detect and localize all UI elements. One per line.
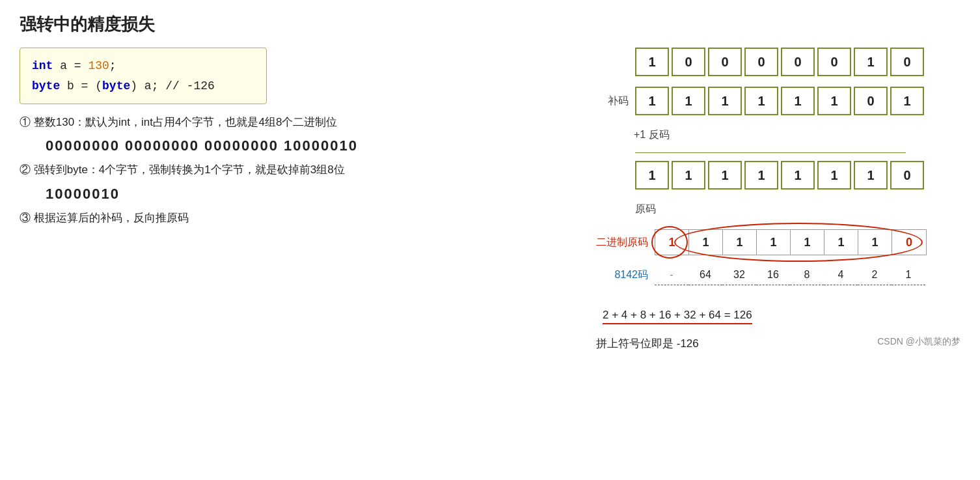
bit-res-2: 1 (708, 161, 742, 190)
code-line-1: int a = 130; (32, 56, 254, 76)
place-values-label: 8142码 (596, 268, 648, 282)
divider-row (596, 151, 960, 154)
bit-buma-0: 1 (635, 87, 669, 115)
step2-label: ② 强转到byte：4个字节，强制转换为1个字节，就是砍掉前3组8位 (20, 161, 570, 178)
src-bit-6: 1 (858, 230, 892, 255)
keyword-byte-cast: byte (102, 79, 130, 92)
divider (635, 152, 906, 153)
src-bit-5: 1 (824, 230, 858, 255)
value-cells: - 64 32 16 8 4 2 1 (655, 264, 925, 285)
code-line-2: byte b = (byte) a; // -126 (32, 76, 254, 96)
code-rest-2b: ) a; // -126 (130, 79, 215, 92)
val-7: 1 (892, 264, 925, 285)
grid-result-row: 1 1 1 1 1 1 1 0 (596, 161, 960, 190)
bit-res-3: 1 (744, 161, 778, 190)
grid-buma-row: 补码 1 1 1 1 1 1 0 1 (596, 87, 960, 115)
grid-top-row: 1 0 0 0 0 0 1 0 (596, 48, 960, 76)
src-bit-4: 1 (791, 230, 824, 255)
left-panel: int a = 130; byte b = (byte) a; // -126 … (20, 48, 570, 233)
bit-res-0: 1 (635, 161, 669, 190)
grid-buma: 1 1 1 1 1 1 0 1 (635, 87, 924, 115)
source-cells-wrapper: 1 1 1 1 1 1 1 0 (655, 229, 927, 255)
val-4: 8 (790, 264, 824, 285)
bit-top-4: 0 (781, 48, 815, 76)
bit-res-4: 1 (781, 161, 815, 190)
csdn-credit: CSDN @小凯菜的梦 (877, 336, 960, 351)
code-rest-1: a = (53, 59, 88, 72)
bit-top-0: 1 (635, 48, 669, 76)
step2-binary: 10000010 (46, 186, 570, 203)
grid-top: 1 0 0 0 0 0 1 0 (635, 48, 924, 76)
bit-res-1: 1 (672, 161, 705, 190)
bit-top-5: 0 (817, 48, 851, 76)
bit-buma-6: 0 (854, 87, 888, 115)
right-panel: 1 0 0 0 0 0 1 0 补码 1 1 1 1 1 1 0 1 (596, 48, 960, 351)
val-1: 64 (688, 264, 722, 285)
code-rest-2a: b = ( (60, 79, 102, 92)
val-6: 2 (858, 264, 892, 285)
grid-result: 1 1 1 1 1 1 1 0 (635, 161, 924, 190)
bit-res-7: 0 (890, 161, 924, 190)
bit-buma-7: 1 (890, 87, 924, 115)
bit-res-5: 1 (817, 161, 851, 190)
final-row: 拼上符号位即是 -126 CSDN @小凯菜的梦 (596, 336, 960, 351)
val-2: 32 (722, 264, 756, 285)
source-cells: 1 1 1 1 1 1 1 0 (655, 229, 927, 255)
code-end-1: ; (109, 59, 116, 72)
src-bit-2: 1 (723, 230, 757, 255)
buma-label: 补码 (596, 94, 629, 108)
val-0: - (655, 264, 688, 285)
plus-one-text: +1 反码 (634, 128, 670, 142)
val-5: 4 (824, 264, 858, 285)
yuanma-label: 原码 (635, 203, 960, 216)
binary-source-row: 二进制原码 1 1 1 1 1 1 1 0 (596, 229, 960, 255)
binary-source-label: 二进制原码 (596, 236, 648, 249)
bit-top-2: 0 (708, 48, 742, 76)
keyword-int: int (32, 59, 53, 72)
code-number-130: 130 (88, 59, 109, 72)
keyword-byte: byte (32, 79, 60, 92)
bit-buma-5: 1 (817, 87, 851, 115)
bit-top-7: 0 (890, 48, 924, 76)
final-text: 拼上符号位即是 -126 (596, 336, 699, 351)
bit-res-6: 1 (854, 161, 888, 190)
bit-buma-1: 1 (672, 87, 705, 115)
place-values-row: 8142码 - 64 32 16 8 4 2 1 (596, 264, 960, 285)
bit-buma-4: 1 (781, 87, 815, 115)
bit-top-3: 0 (744, 48, 778, 76)
val-3: 16 (756, 264, 790, 285)
code-block: int a = 130; byte b = (byte) a; // -126 (20, 48, 267, 104)
plus-one-row: +1 反码 (596, 128, 960, 142)
bit-top-1: 0 (672, 48, 705, 76)
src-bit-1: 1 (689, 230, 723, 255)
bit-buma-2: 1 (708, 87, 742, 115)
bit-top-6: 1 (854, 48, 888, 76)
src-bit-3: 1 (757, 230, 791, 255)
equation-container: 2 + 4 + 8 + 16 + 32 + 64 = 126 (603, 304, 960, 326)
src-bit-7: 0 (892, 230, 926, 255)
step1-label: ① 整数130：默认为int，int占用4个字节，也就是4组8个二进制位 (20, 113, 570, 131)
step3-label: ③ 根据运算后的补码，反向推原码 (20, 209, 570, 227)
step1-binary: 00000000 00000000 00000000 10000010 (46, 137, 570, 154)
equation: 2 + 4 + 8 + 16 + 32 + 64 = 126 (603, 309, 752, 324)
src-bit-0: 1 (655, 230, 689, 255)
bit-buma-3: 1 (744, 87, 778, 115)
page-title: 强转中的精度损失 (20, 13, 960, 36)
